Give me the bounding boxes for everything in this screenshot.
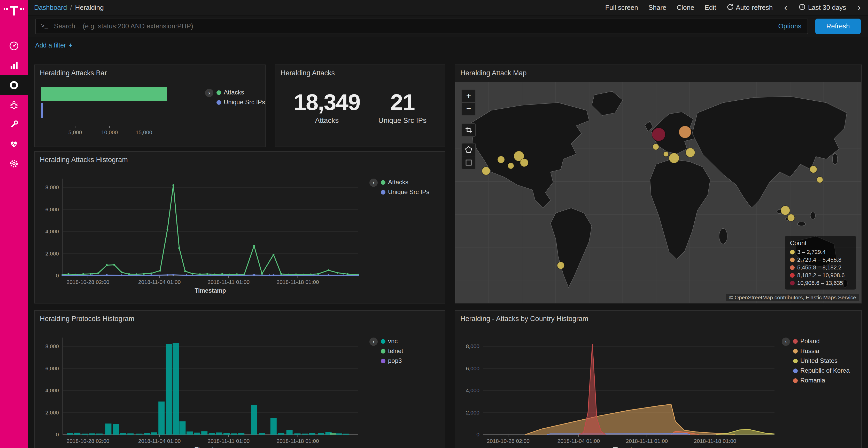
sidebar-item-honeypot[interactable] xyxy=(0,95,28,114)
metric-row: 18,349 Attacks 21 Unique Src IPs xyxy=(275,89,445,125)
legend-item-pop3[interactable]: pop3 xyxy=(381,357,403,365)
add-filter-link[interactable]: Add a filter xyxy=(35,42,66,49)
fullscreen-button[interactable]: Full screen xyxy=(605,4,638,11)
clone-button[interactable]: Clone xyxy=(677,4,694,11)
svg-text:4,000: 4,000 xyxy=(45,229,59,234)
heartbeat-icon xyxy=(9,139,19,149)
map-legend-row: 3 – 2,729.4 xyxy=(790,249,851,255)
svg-text:15,000: 15,000 xyxy=(135,129,152,135)
svg-text:6,000: 6,000 xyxy=(466,366,479,371)
svg-text:2018-11-04 01:00: 2018-11-04 01:00 xyxy=(557,438,600,444)
legend-dot xyxy=(381,358,385,363)
legend-toggle-icon[interactable]: › xyxy=(205,89,213,97)
svg-text:2018-11-11 01:00: 2018-11-11 01:00 xyxy=(208,438,250,444)
sidebar-item-tools[interactable] xyxy=(0,114,28,134)
zoom-in-button[interactable]: + xyxy=(462,90,475,102)
map-legend-row: 8,182.2 – 10,908.6 xyxy=(790,272,851,278)
panel-country-histogram: Heralding - Attacks by Country Histogram… xyxy=(455,310,862,448)
legend-item-vnc[interactable]: vnc xyxy=(381,338,403,345)
legend-item-attacks[interactable]: Attacks xyxy=(216,89,265,96)
edit-button[interactable]: Edit xyxy=(705,4,716,11)
svg-text:8,000: 8,000 xyxy=(45,343,59,349)
options-link[interactable]: Options xyxy=(778,22,802,30)
sidebar-item-overview[interactable] xyxy=(0,36,28,56)
crop-icon[interactable] xyxy=(462,124,475,136)
panel-title: Heralding Attack Map xyxy=(455,65,861,77)
bucket-dot xyxy=(790,257,795,262)
panel-attacks-bar: Heralding Attacks Bar 5,00010,00015,000 … xyxy=(34,65,266,147)
bucket-dot xyxy=(790,265,795,270)
sidebar-item-health[interactable] xyxy=(0,134,28,154)
sidebar: T xyxy=(0,0,28,448)
sidebar-item-analytics[interactable] xyxy=(0,56,28,75)
svg-text:5,000: 5,000 xyxy=(68,129,82,135)
legend-item-unique-src-ips[interactable]: Unique Src IPs xyxy=(381,188,429,196)
legend-item-romania[interactable]: Romania xyxy=(793,377,850,384)
protocols-bar-chart: 02,0004,0006,0008,0002018-10-28 02:00201… xyxy=(39,331,363,448)
legend-item-poland[interactable]: Poland xyxy=(793,338,850,345)
legend-dot xyxy=(793,358,798,363)
svg-text:2018-10-28 02:00: 2018-10-28 02:00 xyxy=(66,279,109,285)
legend-dot xyxy=(793,368,798,373)
legend: › Attacks Unique Src IPs xyxy=(205,89,265,106)
legend-item-attacks[interactable]: Attacks xyxy=(381,179,429,186)
svg-text:2018-11-04 01:00: 2018-11-04 01:00 xyxy=(138,279,181,285)
attacks-line-chart: 02,0004,0006,0008,0002018-10-28 02:00201… xyxy=(39,172,363,298)
search-input[interactable] xyxy=(53,22,774,30)
legend-item-united-states[interactable]: United States xyxy=(793,357,850,365)
bar-chart-icon xyxy=(9,60,19,71)
chevron-right-icon[interactable]: › xyxy=(857,3,862,12)
rectangle-tool-icon[interactable] xyxy=(462,156,475,169)
svg-text:10,000: 10,000 xyxy=(101,129,118,135)
legend-item-russia[interactable]: Russia xyxy=(793,347,850,354)
bucket-dot xyxy=(790,280,795,285)
svg-text:4,000: 4,000 xyxy=(466,387,479,393)
zoom-out-button[interactable]: − xyxy=(462,102,475,115)
chevron-left-icon[interactable]: ‹ xyxy=(783,3,788,12)
metric-unique-src-ips: 21 Unique Src IPs xyxy=(378,89,427,125)
sidebar-item-dashboards[interactable] xyxy=(0,75,28,95)
target-icon xyxy=(9,80,19,90)
polygon-tool-icon[interactable] xyxy=(462,143,475,156)
world-map[interactable]: + − Count 3 – 2,729.4 2,729.4 – 5,455.8 xyxy=(455,82,861,303)
legend-dot xyxy=(381,349,385,353)
bucket-dot xyxy=(790,249,795,254)
map-legend-row: 5,455.8 – 8,182.2 xyxy=(790,264,851,271)
top-navbar: Dashboard / Heralding Full screen Share … xyxy=(28,0,868,15)
legend-dot xyxy=(793,349,798,353)
panel-title: Heralding Attacks xyxy=(275,65,445,77)
svg-text:2018-11-18 01:00: 2018-11-18 01:00 xyxy=(276,438,319,444)
auto-refresh-button[interactable]: Auto-refresh xyxy=(726,3,773,12)
legend-toggle-icon[interactable]: › xyxy=(369,179,378,187)
telekom-logo[interactable]: T xyxy=(0,0,28,30)
legend-item-unique-src-ips[interactable]: Unique Src IPs xyxy=(216,99,265,106)
svg-text:0: 0 xyxy=(56,273,59,278)
refresh-cycle-icon xyxy=(726,3,733,12)
svg-text:6,000: 6,000 xyxy=(45,206,59,212)
legend-item-republic-of-korea[interactable]: Republic of Korea xyxy=(793,367,850,374)
refresh-button[interactable]: Refresh xyxy=(815,18,861,34)
legend-dot xyxy=(381,339,385,343)
metric-value: 18,349 xyxy=(294,89,360,115)
map-legend-row: 2,729.4 – 5,455.8 xyxy=(790,256,851,263)
legend: › Attacks Unique Src IPs xyxy=(369,179,429,196)
metric-label: Attacks xyxy=(294,116,360,125)
map-draw-controls xyxy=(461,143,476,169)
legend-toggle-icon[interactable]: › xyxy=(782,338,790,346)
legend-item-telnet[interactable]: telnet xyxy=(381,347,403,354)
legend-toggle-icon[interactable]: › xyxy=(369,338,378,346)
panel-attacks-metric: Heralding Attacks 18,349 Attacks 21 Uniq… xyxy=(275,65,445,147)
svg-text:2,000: 2,000 xyxy=(466,410,479,415)
breadcrumb-dashboard-link[interactable]: Dashboard xyxy=(34,4,67,11)
sidebar-item-settings[interactable] xyxy=(0,154,28,173)
panel-title: Heralding Attacks Histogram xyxy=(35,152,445,164)
legend: › Poland Russia United States Republic o… xyxy=(782,338,850,384)
country-area-chart: 02,0004,0006,0008,0002018-10-28 02:00201… xyxy=(459,331,780,448)
svg-text:Timestamp: Timestamp xyxy=(194,287,226,294)
speedometer-icon xyxy=(9,41,19,51)
search-box: >_ Options xyxy=(35,18,808,34)
time-range-button[interactable]: Last 30 days xyxy=(799,3,846,12)
share-button[interactable]: Share xyxy=(648,4,666,11)
breadcrumb-separator: / xyxy=(70,4,72,11)
legend-dot xyxy=(793,378,798,383)
